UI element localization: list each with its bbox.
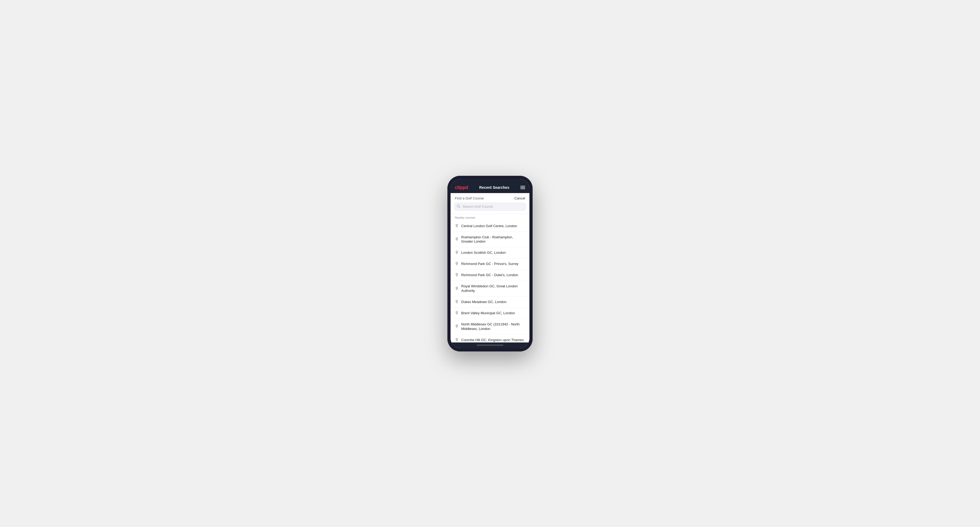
- course-name: Central London Golf Centre, London: [461, 224, 517, 229]
- menu-line: [520, 189, 525, 189]
- course-name: London Scottish GC, London: [461, 251, 506, 255]
- list-item[interactable]: Roehampton Club - Roehampton, Greater Lo…: [450, 232, 530, 248]
- course-name: Dukes Meadows GC, London: [461, 300, 506, 305]
- location-pin-icon: [455, 273, 458, 278]
- location-pin-icon: [455, 251, 458, 255]
- location-pin-icon: [455, 224, 458, 229]
- list-item[interactable]: North Middlesex GC (1011942 - North Midd…: [450, 319, 530, 335]
- list-item[interactable]: Brent Valley Municipal GC, London: [450, 308, 530, 319]
- list-item[interactable]: Coombe Hill GC, Kingston upon Thames: [450, 335, 530, 343]
- list-item[interactable]: Royal Wimbledon GC, Great London Authori…: [450, 281, 530, 297]
- location-pin-icon: [455, 300, 458, 305]
- svg-line-1: [459, 206, 460, 208]
- course-name: Royal Wimbledon GC, Great London Authori…: [461, 284, 525, 293]
- find-label: Find a Golf Course: [455, 196, 484, 200]
- course-name: Richmond Park GC - Duke's, London: [461, 273, 518, 278]
- course-name: Brent Valley Municipal GC, London: [461, 311, 515, 316]
- list-item[interactable]: Richmond Park GC - Duke's, London: [450, 270, 530, 281]
- phone-screen: clippd Recent Searches Find a Golf Cours…: [450, 179, 530, 348]
- menu-line: [520, 186, 525, 186]
- app-logo: clippd: [455, 185, 468, 190]
- menu-icon[interactable]: [520, 186, 525, 189]
- home-indicator: [450, 343, 530, 348]
- search-input[interactable]: [463, 205, 523, 208]
- list-item[interactable]: Richmond Park GC - Prince's, Surrey: [450, 259, 530, 270]
- location-pin-icon: [455, 324, 458, 329]
- cancel-button[interactable]: Cancel: [514, 196, 525, 200]
- course-name: Richmond Park GC - Prince's, Surrey: [461, 262, 519, 266]
- content-area: Find a Golf Course Cancel Nearby courses: [450, 193, 530, 343]
- location-pin-icon: [455, 262, 458, 266]
- search-container: [450, 202, 530, 214]
- search-box: [454, 202, 526, 211]
- course-list: Central London Golf Centre, London Roeha…: [450, 221, 530, 343]
- course-name: Roehampton Club - Roehampton, Greater Lo…: [461, 235, 525, 244]
- location-pin-icon: [455, 311, 458, 316]
- menu-line: [520, 187, 525, 188]
- list-item[interactable]: Central London Golf Centre, London: [450, 221, 530, 232]
- course-name: North Middlesex GC (1011942 - North Midd…: [461, 322, 525, 331]
- status-bar: [450, 179, 530, 182]
- find-bar: Find a Golf Course Cancel: [450, 193, 530, 202]
- phone-device: clippd Recent Searches Find a Golf Cours…: [447, 176, 533, 351]
- home-bar: [477, 344, 503, 346]
- nav-bar: clippd Recent Searches: [450, 182, 530, 193]
- location-pin-icon: [455, 287, 458, 291]
- search-icon: [457, 205, 460, 209]
- location-pin-icon: [455, 237, 458, 242]
- course-name: Coombe Hill GC, Kingston upon Thames: [461, 338, 524, 343]
- nav-title: Recent Searches: [479, 185, 509, 190]
- location-pin-icon: [455, 338, 458, 343]
- nearby-courses-header: Nearby courses: [450, 214, 530, 221]
- list-item[interactable]: Dukes Meadows GC, London: [450, 297, 530, 308]
- list-item[interactable]: London Scottish GC, London: [450, 248, 530, 259]
